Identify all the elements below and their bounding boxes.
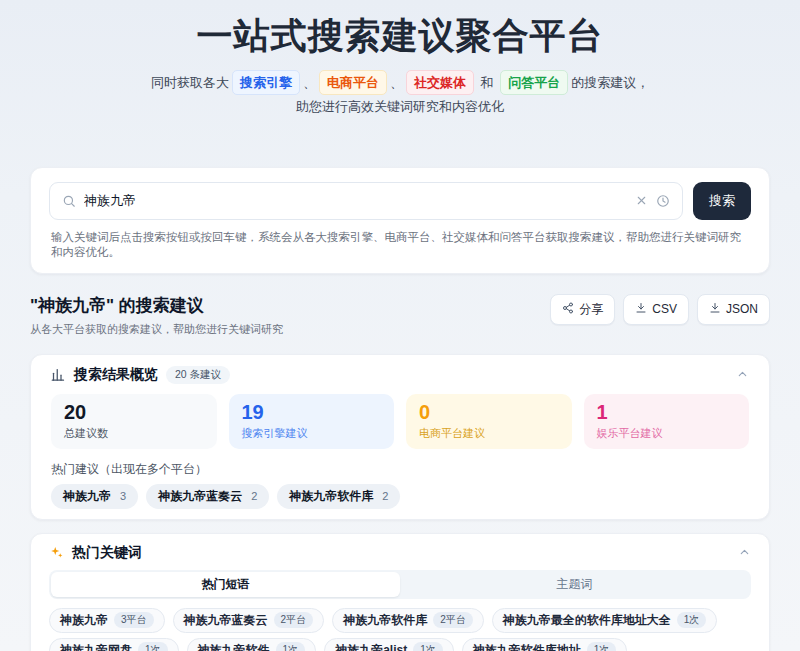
keyword-chip-count-badge: 1次 — [138, 642, 168, 651]
download-icon — [709, 302, 721, 317]
search-input[interactable] — [84, 193, 627, 208]
subtitle-line2: 助您进行高效关键词研究和内容优化 — [296, 99, 504, 114]
stat-entertainment: 1 娱乐平台建议 — [584, 394, 750, 449]
share-icon — [562, 302, 574, 317]
subtitle-prefix: 同时获取各大 — [151, 75, 229, 90]
tag-search-engine: 搜索引擎 — [232, 70, 300, 95]
share-button[interactable]: 分享 — [550, 294, 615, 325]
hot-chip-label: 神族九帝软件库 — [289, 488, 373, 505]
results-header-left: "神族九帝" 的搜索建议 从各大平台获取的搜索建议，帮助您进行关键词研究 — [30, 294, 283, 337]
keyword-chip-label: 神族九帝蓝奏云 — [184, 612, 268, 629]
keyword-chip[interactable]: 神族九帝网盘 1次 — [49, 638, 179, 651]
stat-label: 娱乐平台建议 — [597, 426, 737, 441]
clear-icon[interactable] — [635, 194, 648, 207]
results-subtitle: 从各大平台获取的搜索建议，帮助您进行关键词研究 — [30, 322, 283, 337]
keyword-chip-label: 神族九帝alist — [335, 642, 407, 651]
share-button-label: 分享 — [579, 301, 603, 318]
keyword-chip-count-badge: 2平台 — [274, 612, 314, 628]
stat-value: 1 — [597, 401, 737, 423]
search-card: 搜索 输入关键词后点击搜索按钮或按回车键，系统会从各大搜索引擎、电商平台、社交媒… — [30, 167, 770, 274]
hot-chip-count: 2 — [382, 490, 388, 502]
keyword-chip-count-badge: 2平台 — [433, 612, 473, 628]
export-csv-label: CSV — [652, 302, 677, 316]
tab-hot-phrases[interactable]: 热门短语 — [51, 572, 400, 597]
overview-title: 搜索结果概览 — [74, 366, 158, 384]
keyword-chip-count-badge: 1次 — [276, 642, 306, 651]
results-actions: 分享 CSV JSON — [550, 294, 770, 325]
hot-chip-label: 神族九帝蓝奏云 — [158, 488, 242, 505]
hot-suggestions-label: 热门建议（出现在多个平台） — [51, 461, 749, 478]
stat-label: 总建议数 — [64, 426, 204, 441]
keywords-title: 热门关键词 — [72, 544, 142, 562]
stat-total-suggestions: 20 总建议数 — [51, 394, 217, 449]
stats-row: 20 总建议数 19 搜索引擎建议 0 电商平台建议 1 娱乐平台建议 — [51, 394, 749, 449]
keyword-chip[interactable]: 神族九帝软件 1次 — [187, 638, 317, 651]
hero: 一站式搜索建议聚合平台 同时获取各大搜索引擎、电商平台、社交媒体 和 问答平台的… — [0, 0, 800, 119]
hot-chip-count: 2 — [251, 490, 257, 502]
subtitle-suffix: 的搜索建议， — [571, 75, 649, 90]
keyword-chip-label: 神族九帝软件库地址 — [473, 642, 581, 651]
overview-count-badge: 20 条建议 — [166, 366, 230, 384]
bar-chart-icon — [51, 367, 66, 382]
overview-header: 搜索结果概览 20 条建议 — [51, 366, 749, 384]
tab-topic-words[interactable]: 主题词 — [400, 572, 749, 597]
stat-label: 搜索引擎建议 — [242, 426, 382, 441]
overview-card: 搜索结果概览 20 条建议 20 总建议数 19 搜索引擎建议 0 电商平台建议… — [30, 354, 770, 520]
keyword-chip[interactable]: 神族九帝软件库地址 1次 — [462, 638, 628, 651]
keyword-chip[interactable]: 神族九帝 3平台 — [49, 608, 165, 633]
hot-chip-count: 3 — [120, 490, 126, 502]
keyword-chip-count-badge: 1次 — [677, 612, 707, 628]
keyword-chips: 神族九帝 3平台 神族九帝蓝奏云 2平台 神族九帝软件库 2平台 神族九帝最全的… — [49, 608, 751, 651]
page-title: 一站式搜索建议聚合平台 — [0, 12, 800, 61]
hot-keywords-card: 热门关键词 热门短语 主题词 神族九帝 3平台 神族九帝蓝奏云 2平台 — [30, 533, 770, 651]
keywords-header: 热门关键词 — [49, 544, 751, 562]
hot-suggestion-chip[interactable]: 神族九帝蓝奏云 2 — [146, 484, 269, 509]
hot-chip-label: 神族九帝 — [63, 488, 111, 505]
hot-suggestion-chip[interactable]: 神族九帝 3 — [51, 484, 138, 509]
tag-ecommerce: 电商平台 — [319, 70, 387, 95]
history-clock-icon[interactable] — [656, 194, 670, 208]
stat-label: 电商平台建议 — [419, 426, 559, 441]
subtitle-separator-1: 、 — [303, 75, 316, 90]
keyword-chip-label: 神族九帝软件库 — [343, 612, 427, 629]
export-json-button[interactable]: JSON — [697, 294, 770, 325]
keywords-tabs: 热门短语 主题词 — [49, 570, 751, 599]
keyword-chip[interactable]: 神族九帝软件库 2平台 — [332, 608, 484, 633]
collapse-chevron-up-icon[interactable] — [738, 546, 751, 559]
search-icon — [62, 194, 76, 208]
hot-suggestion-chips: 神族九帝 3 神族九帝蓝奏云 2 神族九帝软件库 2 — [51, 484, 749, 509]
stat-ecommerce: 0 电商平台建议 — [406, 394, 572, 449]
search-row: 搜索 — [49, 182, 751, 220]
stat-search-engine: 19 搜索引擎建议 — [229, 394, 395, 449]
keyword-chip-count-badge: 1次 — [413, 642, 443, 651]
tag-social-media: 社交媒体 — [406, 70, 474, 95]
sparkles-icon — [49, 545, 64, 560]
export-csv-button[interactable]: CSV — [623, 294, 689, 325]
keyword-chip-label: 神族九帝最全的软件库地址大全 — [503, 612, 671, 629]
download-icon — [635, 302, 647, 317]
hot-suggestion-chip[interactable]: 神族九帝软件库 2 — [277, 484, 400, 509]
keyword-chip[interactable]: 神族九帝alist 1次 — [324, 638, 454, 651]
export-json-label: JSON — [726, 302, 758, 316]
search-input-wrap[interactable] — [49, 182, 683, 220]
keyword-chip[interactable]: 神族九帝蓝奏云 2平台 — [173, 608, 325, 633]
hero-subtitle: 同时获取各大搜索引擎、电商平台、社交媒体 和 问答平台的搜索建议，助您进行高效关… — [0, 70, 800, 119]
tag-qa-platform: 问答平台 — [500, 70, 568, 95]
stat-value: 19 — [242, 401, 382, 423]
results-header: "神族九帝" 的搜索建议 从各大平台获取的搜索建议，帮助您进行关键词研究 分享 … — [30, 294, 770, 337]
results-title: "神族九帝" 的搜索建议 — [30, 294, 283, 317]
collapse-chevron-up-icon[interactable] — [736, 368, 749, 381]
stat-value: 20 — [64, 401, 204, 423]
subtitle-separator-3: 和 — [481, 75, 494, 90]
keyword-chip-label: 神族九帝 — [60, 612, 108, 629]
page: 一站式搜索建议聚合平台 同时获取各大搜索引擎、电商平台、社交媒体 和 问答平台的… — [0, 0, 800, 651]
keyword-chip-count-badge: 1次 — [587, 642, 617, 651]
subtitle-separator-2: 、 — [390, 75, 403, 90]
search-hint: 输入关键词后点击搜索按钮或按回车键，系统会从各大搜索引擎、电商平台、社交媒体和问… — [51, 230, 749, 260]
keyword-chip-label: 神族九帝网盘 — [60, 642, 132, 651]
search-button[interactable]: 搜索 — [693, 182, 751, 220]
keyword-chip-count-badge: 3平台 — [114, 612, 154, 628]
keyword-chip[interactable]: 神族九帝最全的软件库地址大全 1次 — [492, 608, 718, 633]
keyword-chip-label: 神族九帝软件 — [198, 642, 270, 651]
stat-value: 0 — [419, 401, 559, 423]
